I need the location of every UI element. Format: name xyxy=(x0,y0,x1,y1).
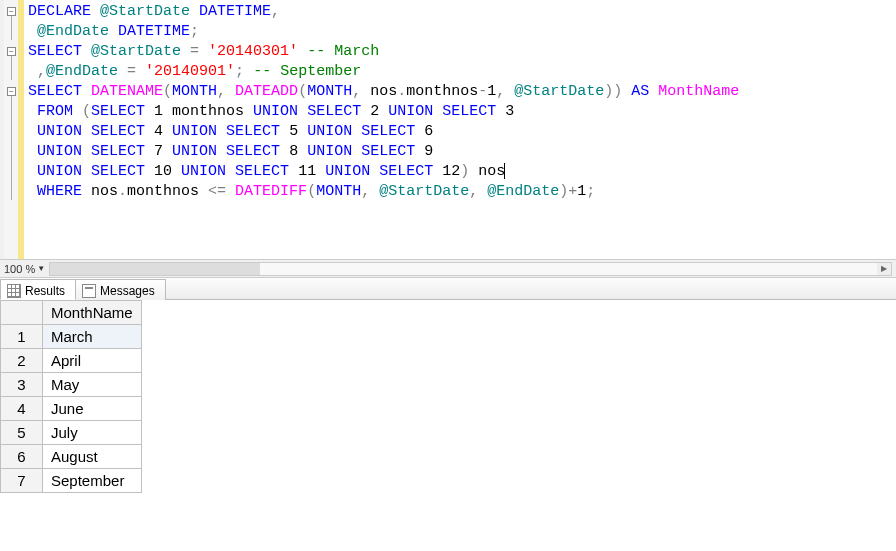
query-editor[interactable]: −−− DECLARE @StartDate DATETIME, @EndDat… xyxy=(0,0,896,260)
horizontal-scrollbar[interactable]: ◀ ▶ xyxy=(49,262,892,276)
code-line[interactable]: UNION SELECT 7 UNION SELECT 8 UNION SELE… xyxy=(28,142,892,162)
column-header-monthname[interactable]: MonthName xyxy=(43,301,142,325)
table-row[interactable]: 6August xyxy=(1,445,142,469)
fold-toggle[interactable]: − xyxy=(7,87,16,96)
zoom-value: 100 % xyxy=(4,263,35,275)
fold-toggle[interactable]: − xyxy=(7,47,16,56)
tab-messages-label: Messages xyxy=(100,284,155,298)
tab-messages[interactable]: Messages xyxy=(75,279,166,300)
fold-guide-line xyxy=(11,96,12,200)
row-number-cell[interactable]: 7 xyxy=(1,469,43,493)
table-row[interactable]: 2April xyxy=(1,349,142,373)
cell-monthname[interactable]: April xyxy=(43,349,142,373)
row-number-cell[interactable]: 4 xyxy=(1,397,43,421)
code-line[interactable]: WHERE nos.monthnos <= DATEDIFF(MONTH, @S… xyxy=(28,182,892,202)
row-number-cell[interactable]: 5 xyxy=(1,421,43,445)
code-line[interactable]: UNION SELECT 4 UNION SELECT 5 UNION SELE… xyxy=(28,122,892,142)
cell-monthname[interactable]: August xyxy=(43,445,142,469)
code-line[interactable]: SELECT @StartDate = '20140301' -- March xyxy=(28,42,892,62)
code-line[interactable]: UNION SELECT 10 UNION SELECT 11 UNION SE… xyxy=(28,162,892,182)
table-row[interactable]: 7September xyxy=(1,469,142,493)
code-line[interactable]: @EndDate DATETIME; xyxy=(28,22,892,42)
table-row[interactable]: 3May xyxy=(1,373,142,397)
tab-results-label: Results xyxy=(25,284,65,298)
grid-corner-cell[interactable] xyxy=(1,301,43,325)
code-line[interactable]: SELECT DATENAME(MONTH, DATEADD(MONTH, no… xyxy=(28,82,892,102)
editor-status-bar: 100 % ▼ ◀ ▶ xyxy=(0,260,896,278)
code-line[interactable]: DECLARE @StartDate DATETIME, xyxy=(28,2,892,22)
zoom-dropdown[interactable]: 100 % ▼ xyxy=(4,263,45,275)
fold-guide-line xyxy=(11,56,12,80)
table-row[interactable]: 5July xyxy=(1,421,142,445)
results-grid[interactable]: MonthName 1March2April3May4June5July6Aug… xyxy=(0,300,142,493)
row-number-cell[interactable]: 6 xyxy=(1,445,43,469)
code-area[interactable]: DECLARE @StartDate DATETIME, @EndDate DA… xyxy=(24,0,896,259)
tab-results[interactable]: Results xyxy=(0,279,76,300)
results-tabstrip: Results Messages xyxy=(0,278,896,300)
code-line[interactable]: ,@EndDate = '20140901'; -- September xyxy=(28,62,892,82)
results-grid-icon xyxy=(7,284,21,298)
cell-monthname[interactable]: May xyxy=(43,373,142,397)
row-number-cell[interactable]: 1 xyxy=(1,325,43,349)
cell-monthname[interactable]: March xyxy=(43,325,142,349)
cell-monthname[interactable]: September xyxy=(43,469,142,493)
scroll-right-arrow-icon[interactable]: ▶ xyxy=(877,263,891,275)
chevron-down-icon: ▼ xyxy=(37,264,45,273)
table-row[interactable]: 4June xyxy=(1,397,142,421)
scroll-thumb[interactable] xyxy=(50,263,260,275)
table-row[interactable]: 1March xyxy=(1,325,142,349)
cell-monthname[interactable]: July xyxy=(43,421,142,445)
messages-icon xyxy=(82,284,96,298)
fold-toggle[interactable]: − xyxy=(7,7,16,16)
text-cursor xyxy=(504,163,505,179)
cell-monthname[interactable]: June xyxy=(43,397,142,421)
fold-gutter-strip: −−− xyxy=(4,0,18,259)
code-line[interactable]: FROM (SELECT 1 monthnos UNION SELECT 2 U… xyxy=(28,102,892,122)
row-number-cell[interactable]: 3 xyxy=(1,373,43,397)
fold-guide-line xyxy=(11,16,12,40)
row-number-cell[interactable]: 2 xyxy=(1,349,43,373)
